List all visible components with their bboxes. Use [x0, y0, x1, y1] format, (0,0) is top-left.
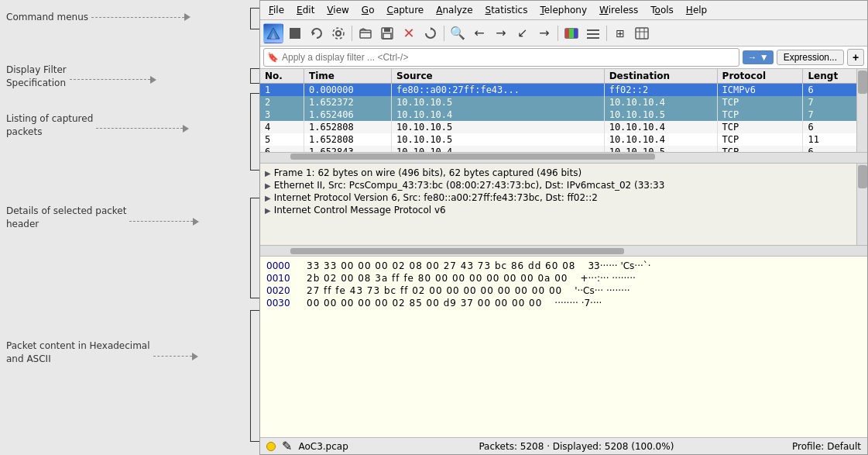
back-button[interactable]: ← — [469, 23, 489, 43]
col-destination: Destination — [604, 69, 717, 84]
table-row[interactable]: 1 0.000000 fe80::a00:27ff:fe43... ff02::… — [260, 84, 867, 97]
table-row[interactable]: 5 1.652808 10.10.10.5 10.10.10.4 TCP 11 — [260, 133, 867, 146]
filter-plus-button[interactable]: + — [847, 49, 864, 66]
annotation-display-filter: Display Filter Specification — [6, 64, 156, 90]
settings-button[interactable] — [328, 23, 348, 43]
col-time: Time — [304, 69, 391, 84]
colorize-button[interactable] — [561, 23, 582, 43]
zoom-in-button[interactable] — [583, 23, 603, 43]
nav-button[interactable]: → — [534, 23, 554, 43]
save-button[interactable] — [377, 23, 397, 43]
svg-rect-16 — [587, 37, 599, 39]
refresh-button[interactable] — [420, 23, 441, 43]
details-vscroll[interactable] — [856, 164, 867, 245]
svg-point-4 — [333, 28, 344, 39]
status-edit-icon[interactable]: ✎ — [282, 439, 292, 453]
jump-packet-button[interactable]: ⊞ — [610, 23, 630, 43]
packet-list-vscroll[interactable] — [856, 69, 867, 152]
packet-details-area: ▶ Frame 1: 62 bytes on wire (496 bits), … — [260, 164, 867, 257]
annotation-display-filter-label: Display Filter Specification — [6, 64, 67, 90]
cell-source: 10.10.10.5 — [392, 96, 605, 109]
menu-edit[interactable]: Edit — [291, 2, 320, 18]
menu-help[interactable]: Help — [681, 2, 712, 18]
cell-proto: TCP — [717, 121, 803, 133]
settings-icon — [331, 26, 345, 40]
menu-statistics[interactable]: Statistics — [480, 2, 533, 18]
cell-no: 1 — [260, 84, 304, 97]
annotation-details-label: Details of selected packet header — [6, 205, 126, 231]
svg-rect-5 — [360, 30, 371, 38]
left-annotations-panel: Command menus Display Filter Specificati… — [0, 0, 259, 455]
shark-button[interactable] — [263, 23, 283, 43]
menu-file[interactable]: File — [263, 2, 290, 18]
packet-header-row: No. Time Source Destination Protocol Len… — [260, 69, 867, 84]
reload-button[interactable] — [307, 23, 327, 43]
detail-arrow-3: ▶ — [265, 194, 271, 202]
details-vscroll-thumb — [858, 165, 867, 188]
arrow-1 — [184, 13, 190, 21]
col-no: No. — [260, 69, 304, 84]
cell-time: 1.652843 — [304, 146, 391, 152]
menu-view[interactable]: View — [321, 2, 354, 18]
svg-rect-7 — [384, 28, 390, 32]
details-hscroll-track — [260, 247, 867, 255]
expression-button[interactable]: Expression... — [777, 50, 844, 65]
detail-row-ipv6[interactable]: ▶ Internet Protocol Version 6, Src: fe80… — [260, 191, 867, 204]
detail-row-frame[interactable]: ▶ Frame 1: 62 bytes on wire (496 bits), … — [260, 167, 867, 179]
detail-row-ethernet[interactable]: ▶ Ethernet II, Src: PcsCompu_43:73:bc (0… — [260, 179, 867, 191]
status-filename: AoC3.pcap — [298, 441, 348, 452]
detail-text-3: Internet Protocol Version 6, Src: fe80::… — [274, 192, 598, 203]
bracket-details — [250, 198, 259, 298]
cell-proto: TCP — [717, 146, 803, 152]
menu-go[interactable]: Go — [356, 2, 380, 18]
jump-button[interactable]: ↙ — [513, 23, 533, 43]
cell-time: 1.652808 — [304, 121, 391, 133]
svg-rect-8 — [383, 33, 391, 39]
cell-time: 1.652808 — [304, 133, 391, 146]
packet-list-hscroll[interactable] — [260, 152, 867, 163]
stop-button[interactable] — [285, 23, 305, 43]
forward-button[interactable]: → — [491, 23, 511, 43]
packet-list-scroll[interactable]: No. Time Source Destination Protocol Len… — [260, 69, 867, 152]
menu-wireless[interactable]: Wireless — [594, 2, 643, 18]
table-row[interactable]: 4 1.652808 10.10.10.5 10.10.10.4 TCP 6 — [260, 121, 867, 133]
annotation-command-menus-label: Command menus — [6, 11, 88, 24]
filter-apply-button[interactable]: → ▼ — [743, 50, 773, 64]
arrow-3 — [183, 125, 189, 133]
filter-input[interactable] — [282, 52, 736, 63]
details-hscroll[interactable] — [260, 245, 867, 256]
hex-bytes-1: 2b 02 00 08 3a ff fe 80 00 00 00 00 00 0… — [307, 273, 568, 284]
main-layout: Command menus Display Filter Specificati… — [0, 0, 868, 455]
cell-source: 10.10.10.5 — [392, 121, 605, 133]
packet-table-body: 1 0.000000 fe80::a00:27ff:fe43... ff02::… — [260, 84, 867, 153]
open-button[interactable] — [355, 23, 376, 43]
annotation-hex: Packet content in Hexadecimal and ASCII — [6, 340, 198, 366]
toolbar-sep-1 — [352, 26, 352, 41]
annotation-details: Details of selected packet header — [6, 205, 199, 231]
table-row[interactable]: 6 1.652843 10.10.10.4 10.10.10.5 TCP 6 — [260, 146, 867, 152]
resize-icon — [635, 26, 649, 40]
search-button[interactable]: 🔍 — [448, 23, 468, 43]
cell-source: 10.10.10.4 — [392, 146, 605, 152]
bracket-listing — [250, 93, 259, 171]
wireshark-container: File Edit View Go Capture Analyze Statis… — [259, 0, 868, 455]
menu-analyze[interactable]: Analyze — [431, 2, 478, 18]
resize-cols-button[interactable] — [632, 23, 652, 43]
menu-tools[interactable]: Tools — [645, 2, 679, 18]
bracket-hex — [250, 310, 259, 442]
menu-telephony[interactable]: Telephony — [534, 2, 592, 18]
table-row[interactable]: 3 1.652406 10.10.10.4 10.10.10.5 TCP 7 — [260, 109, 867, 121]
arrow-4 — [193, 218, 199, 226]
detail-row-icmpv6[interactable]: ▶ Internet Control Message Protocol v6 — [260, 204, 867, 216]
stop-icon — [290, 28, 300, 39]
cell-no: 6 — [260, 146, 304, 152]
annotation-hex-label: Packet content in Hexadecimal and ASCII — [6, 340, 150, 366]
cell-proto: TCP — [717, 109, 803, 121]
filter-input-wrapper[interactable]: 🔖 — [263, 48, 739, 67]
detail-text-1: Frame 1: 62 bytes on wire (496 bits), 62… — [274, 167, 582, 178]
cell-proto: TCP — [717, 96, 803, 109]
table-row[interactable]: 2 1.652372 10.10.10.5 10.10.10.4 TCP 7 — [260, 96, 867, 109]
close-capture-button[interactable]: ✕ — [399, 23, 419, 43]
svg-point-3 — [336, 31, 341, 36]
menu-capture[interactable]: Capture — [381, 2, 429, 18]
